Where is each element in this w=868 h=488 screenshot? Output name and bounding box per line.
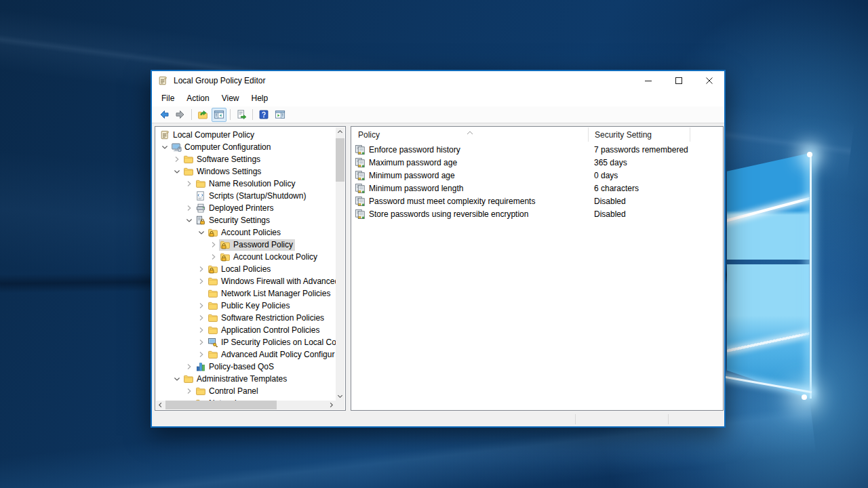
policy-row[interactable]: Password must meet complexity requiremen… [352,195,722,207]
status-bar-divider [668,414,669,424]
menu-help[interactable]: Help [245,92,275,105]
forward-button[interactable] [173,108,188,122]
export-list-button[interactable] [234,108,249,122]
policy-name-cell: Minimum password length [352,183,589,194]
tree-item[interactable]: Application Control Policies [156,324,336,336]
tree-item[interactable]: Scripts (Startup/Shutdown) [156,190,336,202]
chevron-right-icon[interactable] [195,300,207,312]
tree-item-content: Public Key Policies [207,300,292,312]
policy-row[interactable]: Store passwords using reversible encrypt… [352,207,722,220]
chevron-right-icon[interactable] [171,153,182,165]
policy-row[interactable]: Minimum password length6 characters [352,182,722,195]
tree-item[interactable]: Local Computer Policy [156,129,336,141]
up-one-level-button[interactable] [195,108,210,122]
chevron-down-icon[interactable] [171,373,182,385]
help-icon [258,109,269,120]
tree-item[interactable]: Deployed Printers [156,202,336,214]
action-pane-button[interactable] [273,108,288,122]
column-header-security-setting[interactable]: Security Setting [589,127,690,142]
tree-item-label: Scripts (Startup/Shutdown) [209,191,306,201]
scroll-up-icon[interactable] [336,127,344,136]
policy-icon [355,196,366,207]
chevron-right-icon[interactable] [208,239,219,251]
chevron-right-icon[interactable] [208,251,219,263]
tree-item[interactable]: Windows Firewall with Advanced [156,275,336,287]
chevron-right-icon[interactable] [195,275,207,287]
column-header-policy[interactable]: Policy [352,127,589,142]
tree-item[interactable]: Network List Manager Policies [156,287,336,300]
menu-action[interactable]: Action [180,92,215,105]
tree-item-label: Software Settings [197,155,260,164]
tree-item-label: Deployed Printers [209,203,273,213]
gpedit-scroll-icon [157,75,168,86]
scrollbar-thumb[interactable] [336,138,344,182]
scroll-down-icon[interactable] [336,392,344,401]
chevron-down-icon[interactable] [159,141,170,153]
help-button[interactable] [256,108,271,122]
chevron-right-icon[interactable] [183,178,195,190]
policy-name-cell: Minimum password age [352,170,589,181]
close-button[interactable] [694,71,724,90]
tree-item[interactable]: Windows Settings [156,165,336,178]
scroll-left-icon[interactable] [156,401,165,409]
tree-item[interactable]: Software Restriction Policies [156,312,336,324]
maximize-button[interactable] [663,71,694,90]
menu-file[interactable]: File [155,92,180,105]
toolbar-separator [230,109,231,120]
toolbar-separator [191,109,192,120]
folder-icon [183,166,194,177]
folder-lock-icon [208,264,218,274]
scroll-right-icon[interactable] [327,401,336,409]
server-lock-icon [195,215,206,226]
folder-icon [208,312,218,323]
chevron-right-icon[interactable] [195,324,207,336]
chevron-right-icon[interactable] [183,385,195,397]
scrollbar-corner [336,401,344,409]
menu-view[interactable]: View [216,92,245,105]
titlebar[interactable]: Local Group Policy Editor [152,71,724,90]
tree-item[interactable]: Computer Configuration [156,141,336,153]
policy-name-cell: Store passwords using reversible encrypt… [352,209,589,220]
tree-item[interactable]: Control Panel [156,385,336,397]
chevron-right-icon[interactable] [195,263,207,275]
chevron-right-icon[interactable] [195,312,207,324]
policy-row[interactable]: Minimum password age0 days [352,169,722,182]
tree-item[interactable]: Name Resolution Policy [156,178,336,190]
tree-item[interactable]: Advanced Audit Policy Configur [156,348,336,361]
folder-icon [195,386,206,396]
policy-row[interactable]: Enforce password history7 passwords reme… [352,143,722,156]
tree-item[interactable]: Account Policies [156,226,336,239]
chevron-right-icon[interactable] [195,348,207,361]
tree-item[interactable]: Software Settings [156,153,336,165]
chevron-right-icon[interactable] [195,336,207,348]
minimize-button[interactable] [633,71,663,90]
console-tree-button[interactable] [212,108,226,122]
chevron-right-icon[interactable] [183,361,195,373]
scrollbar-thumb[interactable] [165,401,277,409]
folder-icon [208,300,218,311]
chevron-down-icon[interactable] [171,165,182,178]
chevron-down-icon[interactable] [183,214,195,226]
forward-arrow-icon [175,109,186,120]
tree-item[interactable]: Public Key Policies [156,300,336,312]
tree-item[interactable]: Password Policy [156,239,336,251]
chevron-down-icon[interactable] [195,226,207,239]
tree-item[interactable]: Policy-based QoS [156,361,336,373]
ipsec-icon [208,337,218,348]
policy-row[interactable]: Maximum password age365 days [352,156,722,169]
tree-item-label: Local Policies [221,264,271,274]
back-button[interactable] [157,108,172,122]
tree-item[interactable]: IP Security Policies on Local Con [156,336,336,348]
tree-vertical-scrollbar[interactable] [336,127,344,401]
tree-item[interactable]: Local Policies [156,263,336,275]
security-setting-value: Disabled [589,209,690,219]
script-icon [195,190,206,201]
chevron-right-icon[interactable] [183,202,195,214]
tree-item[interactable]: Administrative Templates [156,373,336,385]
tree-item[interactable]: Security Settings [156,214,336,226]
tree-horizontal-scrollbar[interactable] [156,401,336,409]
tree-item[interactable]: Account Lockout Policy [156,251,336,263]
policy-name: Minimum password age [369,171,455,180]
policy-name: Enforce password history [369,145,460,155]
tree-item-label: Account Policies [221,228,281,237]
